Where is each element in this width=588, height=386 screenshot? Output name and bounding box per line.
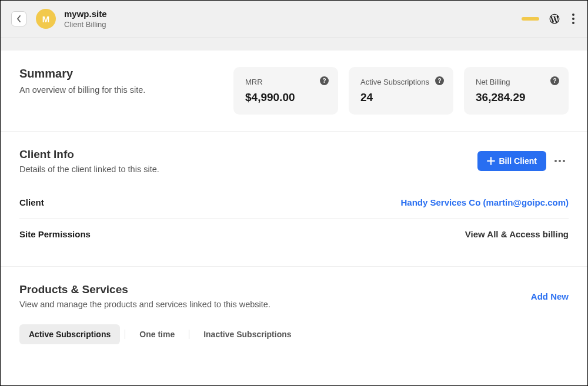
tab-one-time[interactable]: One time xyxy=(130,324,184,344)
chevron-left-icon xyxy=(16,15,21,22)
summary-subtitle: An overview of billing for this site. xyxy=(19,85,219,95)
client-more-button[interactable] xyxy=(551,156,569,166)
permissions-row: Site Permissions View All & Access billi… xyxy=(19,219,569,250)
bill-client-label: Bill Client xyxy=(499,156,537,166)
products-title: Products & Services xyxy=(19,283,270,296)
card-label: Active Subscriptions xyxy=(360,78,442,86)
page-header: M mywp.site Client Billing xyxy=(1,1,587,38)
products-tabs: Active Subscriptions One time Inactive S… xyxy=(19,324,569,344)
client-info-title: Client Info xyxy=(19,148,159,161)
spacer xyxy=(1,38,587,51)
mrr-card: ? MRR $4,990.00 xyxy=(233,67,338,115)
client-row: Client Handy Services Co (martin@goipc.c… xyxy=(19,187,569,219)
plus-icon xyxy=(487,157,495,165)
card-label: Net Billing xyxy=(476,78,557,86)
more-menu-button[interactable] xyxy=(570,11,577,26)
active-subs-card: ? Active Subscriptions 24 xyxy=(349,67,453,115)
net-billing-card: ? Net Billing 36,284.29 xyxy=(464,67,569,115)
header-actions xyxy=(522,11,577,26)
site-info: mywp.site Client Billing xyxy=(64,9,522,29)
help-icon[interactable]: ? xyxy=(320,76,329,85)
summary-title: Summary xyxy=(19,67,219,80)
site-name: mywp.site xyxy=(64,9,522,19)
permissions-value: View All & Access billing xyxy=(465,229,569,239)
client-info-section: Client Info Details of the client linked… xyxy=(1,132,587,267)
bill-client-button[interactable]: Bill Client xyxy=(477,151,546,171)
permissions-label: Site Permissions xyxy=(19,229,91,239)
help-icon[interactable]: ? xyxy=(550,76,559,85)
card-value: 24 xyxy=(360,91,442,104)
site-avatar: M xyxy=(36,9,56,29)
tab-active-subscriptions[interactable]: Active Subscriptions xyxy=(19,324,120,344)
add-new-button[interactable]: Add New xyxy=(531,291,569,301)
back-button[interactable] xyxy=(11,11,26,26)
products-section: Products & Services View and manage the … xyxy=(1,267,587,361)
page-subtitle: Client Billing xyxy=(64,20,522,29)
card-label: MRR xyxy=(245,78,326,86)
products-subtitle: View and manage the products and service… xyxy=(19,300,270,309)
status-pill xyxy=(522,17,539,21)
client-link[interactable]: Handy Services Co (martin@goipc.com) xyxy=(400,197,569,207)
tab-separator xyxy=(189,330,189,339)
tab-inactive-subscriptions[interactable]: Inactive Subscriptions xyxy=(194,324,300,344)
help-icon[interactable]: ? xyxy=(435,76,444,85)
summary-section: Summary An overview of billing for this … xyxy=(1,51,587,132)
client-label: Client xyxy=(19,197,44,207)
card-value: 36,284.29 xyxy=(476,91,557,104)
tab-separator xyxy=(125,330,125,339)
client-info-subtitle: Details of the client linked to this sit… xyxy=(19,165,159,174)
wordpress-icon[interactable] xyxy=(549,13,560,25)
card-value: $4,990.00 xyxy=(245,91,326,104)
